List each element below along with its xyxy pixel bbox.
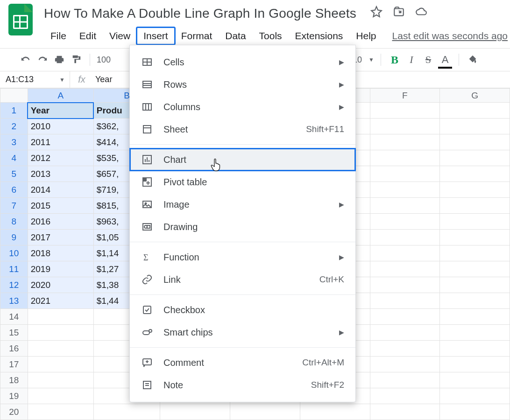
cell-G2[interactable] bbox=[440, 119, 510, 134]
cell-G8[interactable] bbox=[440, 214, 510, 230]
cell-G18[interactable] bbox=[440, 372, 510, 388]
insert-menu-comment[interactable]: CommentCtrl+Alt+M bbox=[130, 351, 355, 374]
cell-F15[interactable] bbox=[370, 325, 440, 341]
cell-G11[interactable] bbox=[440, 261, 510, 277]
column-header-F[interactable]: F bbox=[370, 89, 440, 103]
cell-A11[interactable]: 2019 bbox=[28, 261, 93, 277]
row-header-3[interactable]: 3 bbox=[0, 134, 28, 150]
row-header-7[interactable]: 7 bbox=[0, 198, 28, 214]
cell-G14[interactable] bbox=[440, 309, 510, 325]
cell-G19[interactable] bbox=[440, 388, 510, 404]
cell-C20[interactable] bbox=[160, 404, 230, 420]
column-header-A[interactable]: A bbox=[28, 89, 93, 103]
cell-F2[interactable] bbox=[370, 119, 440, 134]
text-color-button[interactable]: A bbox=[438, 53, 452, 67]
cell-F16[interactable] bbox=[370, 341, 440, 357]
zoom-select[interactable]: 100 bbox=[97, 55, 111, 65]
move-icon[interactable] bbox=[393, 6, 405, 21]
insert-menu-drawing[interactable]: Drawing bbox=[130, 216, 355, 238]
cell-A19[interactable] bbox=[28, 388, 93, 404]
cell-A16[interactable] bbox=[28, 341, 93, 357]
italic-button[interactable]: I bbox=[404, 53, 418, 67]
formula-bar[interactable]: Year bbox=[93, 75, 112, 84]
row-header-20[interactable]: 20 bbox=[0, 404, 28, 420]
cell-G5[interactable] bbox=[440, 166, 510, 182]
row-header-1[interactable]: 1 bbox=[0, 103, 28, 119]
cell-G17[interactable] bbox=[440, 357, 510, 372]
cell-F1[interactable] bbox=[370, 103, 440, 119]
cell-G7[interactable] bbox=[440, 198, 510, 214]
cell-A9[interactable]: 2017 bbox=[28, 230, 93, 245]
cell-A12[interactable]: 2020 bbox=[28, 277, 93, 293]
cell-F5[interactable] bbox=[370, 166, 440, 182]
cell-A20[interactable] bbox=[28, 404, 93, 420]
cell-G9[interactable] bbox=[440, 230, 510, 245]
cell-F11[interactable] bbox=[370, 261, 440, 277]
row-header-15[interactable]: 15 bbox=[0, 325, 28, 341]
cell-F14[interactable] bbox=[370, 309, 440, 325]
menu-view[interactable]: View bbox=[103, 28, 137, 44]
insert-menu-link[interactable]: LinkCtrl+K bbox=[130, 268, 355, 291]
row-header-12[interactable]: 12 bbox=[0, 277, 28, 293]
cloud-status-icon[interactable] bbox=[415, 6, 427, 21]
strikethrough-button[interactable]: S bbox=[421, 53, 435, 67]
cell-F19[interactable] bbox=[370, 388, 440, 404]
cell-A1[interactable]: Year bbox=[28, 103, 93, 119]
cell-A2[interactable]: 2010 bbox=[28, 119, 93, 134]
menu-data[interactable]: Data bbox=[219, 28, 252, 44]
row-header-19[interactable]: 19 bbox=[0, 388, 28, 404]
cell-G15[interactable] bbox=[440, 325, 510, 341]
menu-edit[interactable]: Edit bbox=[73, 28, 103, 44]
cell-D20[interactable] bbox=[230, 404, 300, 420]
insert-menu-columns[interactable]: Columns▶ bbox=[130, 96, 355, 118]
insert-menu-function[interactable]: ΣFunction▶ bbox=[130, 246, 355, 268]
cell-A8[interactable]: 2016 bbox=[28, 214, 93, 230]
cell-F13[interactable] bbox=[370, 293, 440, 309]
menu-tools[interactable]: Tools bbox=[253, 28, 289, 44]
cell-G10[interactable] bbox=[440, 245, 510, 261]
row-header-11[interactable]: 11 bbox=[0, 261, 28, 277]
row-header-2[interactable]: 2 bbox=[0, 119, 28, 134]
cell-A6[interactable]: 2014 bbox=[28, 182, 93, 198]
print-button[interactable] bbox=[52, 53, 66, 67]
cell-G16[interactable] bbox=[440, 341, 510, 357]
cell-B20[interactable] bbox=[93, 404, 160, 420]
insert-menu-checkbox[interactable]: Checkbox bbox=[130, 299, 355, 321]
cell-E20[interactable] bbox=[300, 404, 370, 420]
row-header-6[interactable]: 6 bbox=[0, 182, 28, 198]
paint-format-button[interactable] bbox=[69, 53, 83, 67]
cell-G4[interactable] bbox=[440, 150, 510, 166]
cell-A3[interactable]: 2011 bbox=[28, 134, 93, 150]
cell-F18[interactable] bbox=[370, 372, 440, 388]
insert-menu-pivot[interactable]: Pivot table bbox=[130, 171, 355, 193]
insert-menu-chips[interactable]: Smart chips▶ bbox=[130, 321, 355, 343]
document-title[interactable]: How To Make A Double Line Graph In Googl… bbox=[44, 6, 356, 21]
row-header-13[interactable]: 13 bbox=[0, 293, 28, 309]
row-header-10[interactable]: 10 bbox=[0, 245, 28, 261]
row-header-14[interactable]: 14 bbox=[0, 309, 28, 325]
cell-F3[interactable] bbox=[370, 134, 440, 150]
row-header-17[interactable]: 17 bbox=[0, 357, 28, 372]
bold-button[interactable]: B bbox=[388, 53, 402, 67]
row-header-8[interactable]: 8 bbox=[0, 214, 28, 230]
row-header-5[interactable]: 5 bbox=[0, 166, 28, 182]
cell-A17[interactable] bbox=[28, 357, 93, 372]
row-header-18[interactable]: 18 bbox=[0, 372, 28, 388]
cell-F9[interactable] bbox=[370, 230, 440, 245]
menu-extensions[interactable]: Extensions bbox=[289, 28, 350, 44]
cell-F17[interactable] bbox=[370, 357, 440, 372]
cell-G12[interactable] bbox=[440, 277, 510, 293]
cell-A5[interactable]: 2013 bbox=[28, 166, 93, 182]
cell-F4[interactable] bbox=[370, 150, 440, 166]
row-header-16[interactable]: 16 bbox=[0, 341, 28, 357]
menu-insert[interactable]: Insert bbox=[137, 28, 175, 44]
fill-color-button[interactable] bbox=[466, 53, 480, 67]
name-box[interactable]: A1:C13▼ bbox=[0, 71, 70, 88]
cell-A7[interactable]: 2015 bbox=[28, 198, 93, 214]
cell-F6[interactable] bbox=[370, 182, 440, 198]
cell-G6[interactable] bbox=[440, 182, 510, 198]
insert-menu-chart[interactable]: Chart bbox=[130, 148, 355, 171]
insert-menu-cells[interactable]: Cells▶ bbox=[130, 51, 355, 73]
cell-G13[interactable] bbox=[440, 293, 510, 309]
cell-A10[interactable]: 2018 bbox=[28, 245, 93, 261]
